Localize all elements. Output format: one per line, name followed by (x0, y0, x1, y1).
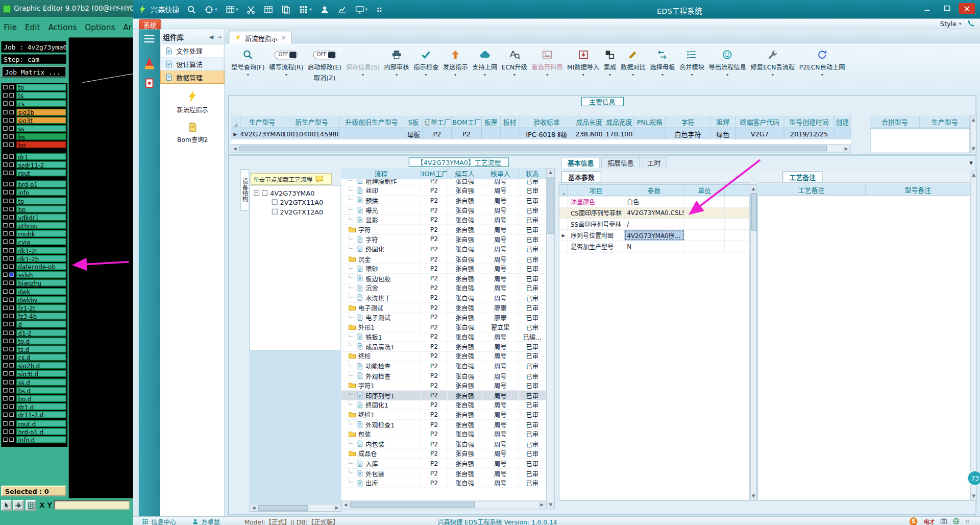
layer-visibility-checkbox[interactable] (3, 134, 8, 139)
layer-visibility-checkbox[interactable] (3, 143, 8, 148)
layer-active-checkbox[interactable] (9, 380, 14, 385)
layer-active-checkbox[interactable] (9, 134, 14, 139)
layer-visibility-checkbox[interactable] (3, 240, 8, 244)
column-header[interactable]: 型号备注 (866, 184, 971, 196)
layer-active-checkbox[interactable] (9, 110, 14, 114)
layer-name[interactable]: cvia (16, 238, 66, 245)
layer-active-checkbox[interactable] (9, 126, 14, 131)
column-header[interactable]: 状态 (519, 168, 546, 179)
layer-visibility-checkbox[interactable] (3, 372, 8, 376)
flow-row[interactable]: 成品清洗1 P2 张自强 周号 已审 (341, 342, 547, 352)
layer-name[interactable]: sig2b (16, 109, 66, 115)
layer-name[interactable]: dr11-2.d (16, 412, 66, 418)
toolbar-button[interactable]: 保存信息(S)▾ (346, 49, 380, 77)
layer-name[interactable]: ss (16, 125, 66, 132)
cell[interactable]: 白色字符 (666, 128, 710, 139)
layer-visibility-checkbox[interactable] (3, 215, 8, 220)
param-value[interactable]: / (624, 219, 684, 229)
layer-row[interactable]: bp (1, 205, 67, 213)
toolbar-button[interactable]: 导出流程信息▾ (709, 49, 746, 77)
topbar-target-button[interactable]: ▾ (204, 5, 217, 14)
column-header[interactable]: 板厚 (482, 115, 501, 128)
layer-active-checkbox[interactable] (9, 297, 14, 302)
layer-active-checkbox[interactable] (9, 256, 14, 261)
expander-icon[interactable]: − (254, 190, 259, 196)
layer-row[interactable]: to (1, 83, 67, 91)
section-basic-params[interactable]: 基本参数 (561, 171, 601, 182)
tab-process-remark[interactable]: 工艺备注 (782, 171, 822, 182)
layer-visibility-checkbox[interactable] (3, 190, 8, 195)
toolbar-button[interactable]: OFF启动修改(E)取消(Z) (308, 49, 341, 82)
column-header[interactable]: BOM工厂 (421, 168, 447, 179)
layer-name[interactable]: biaozhu (16, 280, 66, 287)
layer-row[interactable]: ss.d (1, 378, 67, 386)
layer-visibility-checkbox[interactable] (3, 355, 8, 360)
menu-actions[interactable]: Actions (48, 22, 77, 31)
off-toggle[interactable]: OFF (313, 51, 336, 59)
cell[interactable] (634, 128, 666, 139)
layer-row[interactable]: ss (1, 124, 67, 132)
column-header[interactable]: 生产型号 (920, 115, 970, 128)
shortcut-bom-query[interactable]: Bom查询2 (160, 122, 225, 144)
layer-row[interactable]: d (1, 320, 67, 328)
column-header[interactable]: 升级前旧生产型号 (339, 115, 404, 128)
collapse-left-icon[interactable]: ◀ (209, 33, 213, 39)
layer-active-checkbox[interactable] (9, 372, 14, 376)
cell[interactable]: V2G7 (736, 128, 785, 139)
flow-row[interactable]: 外观检查1 P2 张自强 周号 已审 (341, 420, 547, 429)
layer-active-checkbox[interactable] (9, 330, 14, 335)
column-header[interactable]: 字符 (666, 115, 710, 128)
editor-canvas[interactable] (69, 37, 133, 498)
layer-name[interactable]: szdr11-2 (16, 161, 66, 168)
param-value[interactable]: 4V2G73YMA0序... (624, 230, 684, 241)
cell[interactable]: 170.100 (604, 128, 634, 139)
layer-row[interactable]: dk1-2b (1, 254, 67, 262)
layer-name[interactable]: bp (16, 205, 66, 212)
layer-active-checkbox[interactable] (9, 143, 14, 148)
row-selector[interactable]: ▶ (559, 230, 568, 241)
topbar-monitor-button[interactable]: ▾ (355, 5, 368, 14)
layer-name[interactable]: brd-p1 (16, 181, 66, 187)
layer-row[interactable]: tp (1, 197, 67, 205)
tray-camera[interactable] (940, 517, 948, 525)
minimize-button[interactable] (919, 3, 935, 14)
scroll-down-icon[interactable]: ▼ (751, 492, 756, 500)
layer-visibility-checkbox[interactable] (3, 421, 8, 425)
select-all-corner[interactable] (231, 115, 241, 128)
detail-vscrollbar[interactable]: ▲ ▼ (971, 171, 977, 500)
layer-row[interactable]: sig3t (1, 116, 67, 124)
layer-active-checkbox[interactable] (9, 305, 14, 310)
cell[interactable]: 4V2G73YMA0 (240, 128, 284, 139)
app-shortcut-yx[interactable] (139, 56, 160, 70)
scroll-up-icon[interactable]: ▲ (751, 185, 756, 193)
flow-row[interactable]: 功能检查 P2 张自强 周号 已审 (341, 362, 547, 371)
param-value[interactable]: N (624, 241, 684, 252)
tree-node[interactable]: −4V2G73YMA0 (250, 188, 341, 197)
tab-device-structure[interactable]: 设备结构 (240, 170, 249, 211)
status-info-center[interactable]: 信息中心 (142, 517, 176, 525)
layer-name[interactable]: dwkby (16, 296, 66, 303)
tree-checkbox[interactable] (272, 199, 278, 205)
layer-active-checkbox[interactable] (9, 85, 14, 90)
layer-active-checkbox[interactable] (9, 199, 14, 203)
flow-row[interactable]: 喷砂 P2 张自强 周号 已审 (341, 264, 547, 274)
layer-visibility-checkbox[interactable] (3, 339, 8, 343)
menu-file[interactable]: File (4, 22, 17, 31)
column-header[interactable]: 参数 (624, 185, 684, 196)
layer-name[interactable]: brd-p1.d (16, 428, 66, 435)
flow-vscrollbar[interactable]: ▲ ▼ (546, 168, 555, 509)
column-header[interactable]: 工艺备注 (757, 184, 866, 196)
scroll-right-icon[interactable]: ▶ (843, 145, 850, 152)
layer-name[interactable]: dk1-2t (16, 247, 66, 253)
scroll-right-icon[interactable]: ▶ (538, 501, 546, 509)
layer-visibility-checkbox[interactable] (3, 207, 8, 211)
cell[interactable]: 母板 (404, 128, 423, 139)
layer-name[interactable]: dwk (16, 288, 66, 295)
flow-row[interactable]: 电子测试 P2 张自强 廖康 已审 (341, 313, 547, 322)
layer-name[interactable]: roubk (16, 230, 66, 237)
scrollbar-thumb[interactable] (239, 146, 827, 151)
flow-row[interactable]: 预烘 P2 张自强 周号 已审 (341, 196, 547, 205)
layer-row[interactable]: dwkby (1, 295, 67, 303)
layer-visibility-checkbox[interactable] (3, 438, 8, 442)
flow-row[interactable]: 入库 P2 张自强 周号 已审 (341, 459, 547, 469)
